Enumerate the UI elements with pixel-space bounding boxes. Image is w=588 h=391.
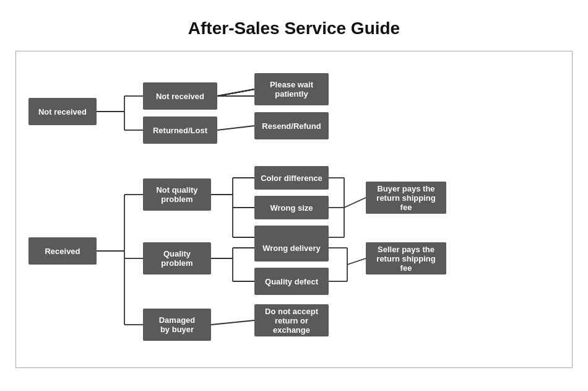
box-buyer-fee: Buyer pays the return shipping fee xyxy=(366,182,446,214)
svg-line-7 xyxy=(217,89,254,96)
box-received: Received xyxy=(28,237,97,265)
box-color-diff: Color difference xyxy=(254,166,329,190)
box-resend: Resend/Refund xyxy=(254,112,329,139)
page-title: After-Sales Service Guide xyxy=(188,19,400,38)
box-wrong-delivery: Wrong delivery xyxy=(254,234,329,261)
svg-line-4 xyxy=(217,89,254,96)
box-wrong-size: Wrong size xyxy=(254,196,329,219)
diagram-container: Not received Received Not received Retur… xyxy=(15,51,573,368)
box-quality-problem: Quality problem xyxy=(143,242,211,275)
box-no-accept: Do not accept return or exchange xyxy=(254,304,329,336)
svg-line-32 xyxy=(211,320,254,325)
svg-line-6 xyxy=(217,89,254,96)
diagram-area: Not received Received Not received Retur… xyxy=(28,70,561,349)
svg-line-31 xyxy=(347,258,366,265)
box-seller-fee: Seller pays the return shipping fee xyxy=(366,242,446,275)
svg-line-23 xyxy=(344,198,366,208)
box-not-received: Not received xyxy=(28,98,97,125)
box-not-quality: Not quality problem xyxy=(143,178,211,211)
box-returned-lost: Returned/Lost xyxy=(143,116,217,144)
svg-line-8 xyxy=(217,126,254,130)
box-damaged: Damaged by buyer xyxy=(143,309,211,341)
box-not-received-sub: Not received xyxy=(143,82,217,110)
box-wait: Please wait patiently xyxy=(254,73,329,105)
box-quality-defect: Quality defect xyxy=(254,268,329,295)
